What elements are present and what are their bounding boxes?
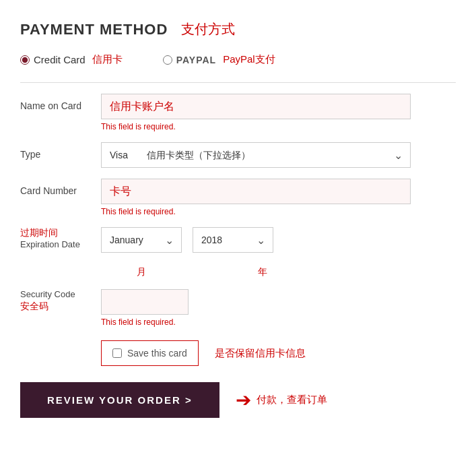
card-number-error: This field is required. (101, 207, 456, 216)
expiry-row: 过期时间 Expiration Date January February Ma… (20, 227, 456, 278)
page-title-en: PAYMENT METHOD (20, 21, 168, 38)
paypal-label-cn: PayPal支付 (223, 53, 275, 66)
save-card-checkbox[interactable] (112, 348, 122, 358)
page-title-cn: 支付方式 (181, 20, 235, 38)
card-number-label: Card Number (20, 179, 101, 196)
paypal-radio[interactable] (163, 55, 172, 65)
security-code-input[interactable] (101, 289, 189, 315)
type-label: Type (20, 142, 101, 160)
security-label-en: Security Code (20, 289, 101, 299)
security-label-wrap: Security Code 安全码 (20, 289, 101, 313)
review-cn: 付款，查看订单 (257, 394, 327, 406)
credit-card-option[interactable]: Credit Card 信用卡 (20, 53, 123, 66)
expiry-year-wrap: 2018 2019 2020 2021 2022 2023 2024 2025 … (193, 227, 273, 253)
security-field-wrap: This field is required. (101, 289, 456, 327)
security-error: This field is required. (101, 317, 189, 327)
security-label-cn: 安全码 (20, 301, 101, 313)
month-hint-cn: 月 (101, 266, 182, 278)
name-on-card-row: Name on Card This field is required. (20, 94, 456, 131)
expiry-selects: January February March April May June Ju… (101, 227, 303, 253)
save-card-cn: 是否保留信用卡信息 (215, 347, 306, 360)
credit-card-label-cn: 信用卡 (92, 53, 123, 66)
card-number-row: Card Number This field is required. (20, 179, 456, 216)
expiry-month-select[interactable]: January February March April May June Ju… (101, 227, 182, 253)
page-title-row: PAYMENT METHOD 支付方式 (20, 20, 456, 38)
expiry-fields: January February March April May June Ju… (101, 227, 303, 278)
save-card-row: Save this card 是否保留信用卡信息 (20, 340, 456, 366)
arrow-wrap: ➔ 付款，查看订单 (236, 391, 327, 410)
review-order-button[interactable]: REVIEW YOUR ORDER > (20, 382, 219, 418)
type-field-wrap: Visa 信用卡类型（下拉选择） Mastercard American Exp… (101, 142, 456, 168)
name-label: Name on Card (20, 94, 101, 111)
paypal-label-en: PAYPAL (176, 55, 216, 65)
save-card-label: Save this card (127, 348, 187, 359)
year-hint-cn: 年 (222, 266, 303, 278)
payment-options: Credit Card 信用卡 PAYPAL PayPal支付 (20, 53, 456, 66)
credit-card-radio[interactable] (20, 55, 30, 65)
type-select[interactable]: Visa 信用卡类型（下拉选择） Mastercard American Exp… (101, 142, 411, 168)
expiry-year-select[interactable]: 2018 2019 2020 2021 2022 2023 2024 2025 (193, 227, 273, 253)
review-row: REVIEW YOUR ORDER > ➔ 付款，查看订单 (20, 382, 456, 418)
expiry-month-wrap: January February March April May June Ju… (101, 227, 182, 253)
card-type-row: Type Visa 信用卡类型（下拉选择） Mastercard America… (20, 142, 456, 168)
save-card-box[interactable]: Save this card (101, 340, 199, 366)
credit-card-label-en: Credit Card (34, 54, 86, 65)
review-arrow-icon: ➔ (236, 391, 251, 410)
card-number-input[interactable] (101, 179, 411, 204)
card-number-field-wrap: This field is required. (101, 179, 456, 216)
name-error: This field is required. (101, 122, 456, 131)
paypal-option[interactable]: PAYPAL PayPal支付 (163, 53, 275, 66)
expiry-label-cn: 过期时间 (20, 227, 101, 239)
divider (20, 82, 456, 83)
expiry-hints: 月 年 (101, 266, 303, 278)
type-select-wrap: Visa 信用卡类型（下拉选择） Mastercard American Exp… (101, 142, 411, 168)
security-row: Security Code 安全码 This field is required… (20, 289, 456, 327)
expiry-label-en: Expiration Date (20, 239, 101, 249)
name-field-wrap: This field is required. (101, 94, 456, 131)
name-input[interactable] (101, 94, 411, 119)
expiry-label-wrap: 过期时间 Expiration Date (20, 227, 101, 249)
